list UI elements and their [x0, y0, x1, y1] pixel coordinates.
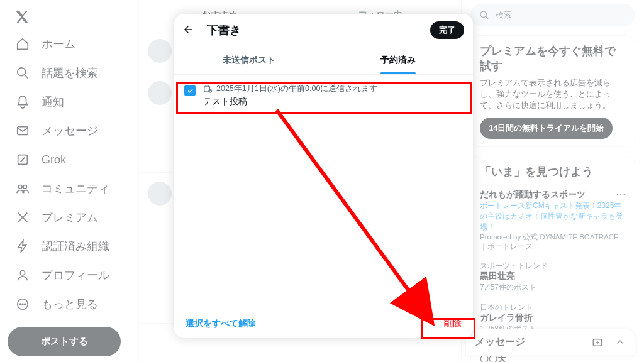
- nav-label: ホーム: [42, 36, 75, 52]
- modal-footer: 選択をすべて解除 削除: [174, 309, 473, 338]
- drafts-modal: 下書き 完了 未送信ポスト 予約済み 2025年1月1日(水)の午前0:00に送…: [174, 14, 473, 338]
- search-box[interactable]: 検索: [470, 4, 635, 26]
- svg-point-0: [18, 68, 26, 76]
- calendar-clock-icon: [203, 84, 213, 94]
- trend-item[interactable]: スポーツ・トレンド 黒田壮亮 7,457件のポスト: [480, 256, 626, 298]
- checkbox-checked[interactable]: [184, 85, 196, 96]
- modal-tabs: 未送信ポスト 予約済み: [174, 47, 473, 75]
- nav-label: 認証済み組織: [42, 239, 109, 254]
- nav-more[interactable]: もっと見る: [8, 290, 133, 318]
- svg-point-5: [20, 271, 25, 275]
- search-icon: [15, 65, 30, 80]
- modal-title: 下書き: [207, 23, 418, 38]
- nav-grok[interactable]: Grok: [8, 146, 133, 173]
- svg-rect-12: [204, 86, 210, 92]
- svg-point-9: [25, 304, 26, 305]
- expand-icon[interactable]: [614, 337, 626, 348]
- tab-unsent[interactable]: 未送信ポスト: [174, 47, 324, 74]
- x-logo[interactable]: [13, 9, 31, 25]
- nav-profile[interactable]: プロフィール: [8, 261, 133, 289]
- nav-label: メッセージ: [42, 123, 98, 138]
- premium-card: プレミアムを今すぐ無料で試す プレミアムで表示される広告を減らし、強力なツールを…: [470, 35, 635, 147]
- nav-label: 通知: [42, 94, 64, 109]
- grok-icon: [15, 152, 30, 167]
- nav-verified-orgs[interactable]: 認証済み組織: [8, 233, 133, 260]
- done-button[interactable]: 完了: [430, 21, 464, 39]
- delete-button[interactable]: 削除: [444, 318, 462, 329]
- scheduled-draft[interactable]: 2025年1月1日(水)の午前0:00に送信されます テスト投稿: [174, 75, 473, 116]
- new-message-icon[interactable]: [592, 337, 603, 348]
- nav-premium[interactable]: プレミアム: [8, 204, 133, 231]
- draft-text: テスト投稿: [203, 96, 463, 107]
- avatar: [148, 39, 172, 63]
- nav-label: プロフィール: [42, 268, 109, 283]
- right-sidebar: 検索 プレミアムを今すぐ無料で試す プレミアムで表示される広告を減らし、強力なツ…: [462, 0, 644, 362]
- mail-icon: [15, 123, 30, 138]
- nav-label: 話題を検索: [42, 65, 98, 80]
- svg-point-3: [19, 185, 22, 189]
- bell-icon: [15, 94, 30, 109]
- nav-explore[interactable]: 話題を検索: [8, 59, 133, 87]
- nav-label: もっと見る: [42, 297, 98, 312]
- primary-nav: ホーム 話題を検索 通知 メッセージ Grok コミュニティ プレミアム 認証済…: [0, 0, 138, 362]
- nav-label: Grok: [42, 153, 66, 167]
- avatar: [148, 182, 172, 206]
- premium-title: プレミアムを今すぐ無料で試す: [480, 43, 626, 74]
- x-icon: [15, 210, 30, 225]
- nav-home[interactable]: ホーム: [8, 30, 133, 58]
- trend-item-promoted[interactable]: だれもが躍動するスポーツ⋯ ボートレース新CMキャスト発表！2025年の主役はカ…: [480, 184, 626, 256]
- community-icon: [15, 181, 30, 196]
- messages-title: メッセージ: [475, 336, 525, 349]
- account-switcher[interactable]: [8, 358, 133, 362]
- search-placeholder: 検索: [496, 9, 512, 21]
- search-icon: [479, 10, 489, 20]
- bolt-icon: [15, 239, 30, 254]
- svg-point-6: [18, 299, 28, 310]
- svg-point-10: [480, 11, 486, 17]
- svg-point-7: [19, 304, 21, 305]
- more-icon: [15, 297, 30, 312]
- nav-messages[interactable]: メッセージ: [8, 117, 133, 145]
- profile-icon: [15, 268, 30, 283]
- back-button[interactable]: [183, 24, 194, 37]
- nav-notifications[interactable]: 通知: [8, 88, 133, 116]
- schedule-line: 2025年1月1日(水)の午前0:00に送信されます: [203, 84, 463, 94]
- avatar: [148, 81, 172, 105]
- svg-point-4: [23, 185, 26, 189]
- post-button[interactable]: ポストする: [8, 327, 121, 356]
- nav-community[interactable]: コミュニティ: [8, 175, 133, 202]
- tab-scheduled[interactable]: 予約済み: [324, 47, 474, 74]
- modal-body: 2025年1月1日(水)の午前0:00に送信されます テスト投稿: [174, 75, 473, 309]
- deselect-all-button[interactable]: 選択をすべて解除: [186, 318, 256, 329]
- premium-cta[interactable]: 14日間の無料トライアルを開始: [480, 118, 613, 139]
- svg-point-8: [22, 304, 23, 305]
- modal-header: 下書き 完了: [174, 14, 473, 47]
- nav-label: コミュニティ: [42, 181, 109, 196]
- nav-label: プレミアム: [42, 210, 98, 225]
- more-icon[interactable]: ⋯: [616, 189, 626, 199]
- premium-body: プレミアムで表示される広告を減らし、強力なツールを使うことによって、さらに快適に…: [480, 77, 626, 111]
- messages-drawer[interactable]: メッセージ: [465, 329, 635, 356]
- trends-title: 「いま」を見つけよう: [480, 164, 626, 179]
- home-icon: [15, 36, 30, 52]
